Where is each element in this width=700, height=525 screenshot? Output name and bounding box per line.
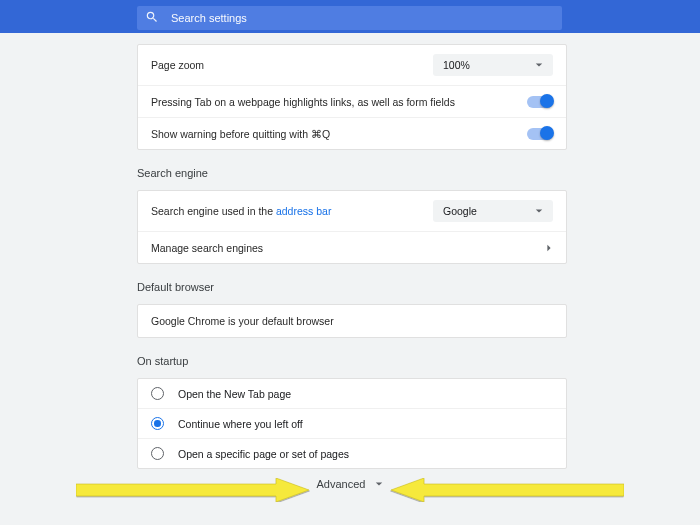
chevron-down-icon bbox=[365, 478, 383, 490]
search-icon bbox=[145, 10, 159, 26]
quit-warning-row: Show warning before quitting with ⌘Q bbox=[138, 117, 566, 149]
tab-highlight-row: Pressing Tab on a webpage highlights lin… bbox=[138, 85, 566, 117]
tab-highlight-label: Pressing Tab on a webpage highlights lin… bbox=[151, 96, 527, 108]
tab-highlight-toggle[interactable] bbox=[527, 96, 553, 108]
startup-option-label: Open the New Tab page bbox=[178, 388, 291, 400]
manage-search-engines-row[interactable]: Manage search engines bbox=[138, 231, 566, 263]
search-engine-select[interactable]: Google bbox=[433, 200, 553, 222]
chevron-down-icon bbox=[535, 59, 543, 71]
page-zoom-value: 100% bbox=[443, 59, 470, 71]
quit-warning-label: Show warning before quitting with ⌘Q bbox=[151, 128, 527, 140]
default-browser-row: Google Chrome is your default browser bbox=[138, 305, 566, 337]
default-browser-card: Google Chrome is your default browser bbox=[137, 304, 567, 338]
on-startup-card: Open the New Tab page Continue where you… bbox=[137, 378, 567, 469]
page-zoom-label: Page zoom bbox=[151, 59, 433, 71]
search-engine-label: Search engine used in the address bar bbox=[151, 205, 433, 217]
search-engine-card: Search engine used in the address bar Go… bbox=[137, 190, 567, 264]
default-browser-message: Google Chrome is your default browser bbox=[151, 315, 553, 327]
header bbox=[0, 0, 700, 33]
quit-warning-toggle[interactable] bbox=[527, 128, 553, 140]
page-zoom-select[interactable]: 100% bbox=[433, 54, 553, 76]
advanced-label: Advanced bbox=[317, 478, 366, 490]
page-zoom-row: Page zoom 100% bbox=[138, 45, 566, 85]
default-browser-title: Default browser bbox=[137, 281, 567, 293]
search-engine-row: Search engine used in the address bar Go… bbox=[138, 191, 566, 231]
chevron-right-icon bbox=[545, 242, 553, 254]
startup-option-label: Open a specific page or set of pages bbox=[178, 448, 349, 460]
address-bar-link[interactable]: address bar bbox=[276, 205, 331, 217]
startup-option-new-tab[interactable]: Open the New Tab page bbox=[138, 379, 566, 408]
search-engine-title: Search engine bbox=[137, 167, 567, 179]
appearance-card: Page zoom 100% Pressing Tab on a webpage… bbox=[137, 44, 567, 150]
on-startup-title: On startup bbox=[137, 355, 567, 367]
search-input[interactable] bbox=[171, 12, 471, 24]
search-engine-value: Google bbox=[443, 205, 477, 217]
startup-option-label: Continue where you left off bbox=[178, 418, 303, 430]
chevron-down-icon bbox=[535, 205, 543, 217]
settings-content: Page zoom 100% Pressing Tab on a webpage… bbox=[137, 33, 567, 469]
advanced-button[interactable]: Advanced bbox=[0, 478, 700, 490]
radio-icon[interactable] bbox=[151, 417, 164, 430]
radio-icon[interactable] bbox=[151, 447, 164, 460]
startup-option-specific[interactable]: Open a specific page or set of pages bbox=[138, 438, 566, 468]
radio-icon[interactable] bbox=[151, 387, 164, 400]
startup-option-continue[interactable]: Continue where you left off bbox=[138, 408, 566, 438]
search-settings-bar[interactable] bbox=[137, 6, 562, 30]
manage-search-engines-label: Manage search engines bbox=[151, 242, 545, 254]
